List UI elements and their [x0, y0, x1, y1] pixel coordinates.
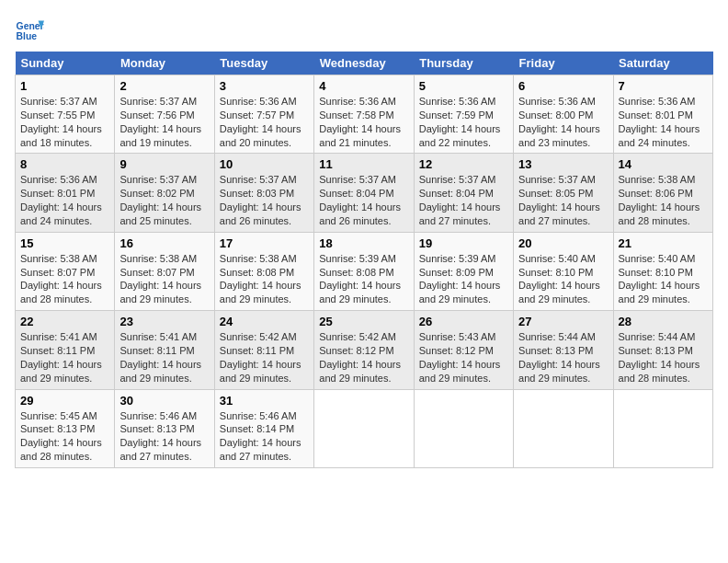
sunset-label: Sunset: 8:07 PM — [20, 267, 95, 278]
sunset-label: Sunset: 8:01 PM — [619, 109, 693, 121]
sunset-label: Sunset: 8:13 PM — [20, 423, 95, 434]
sunset-label: Sunset: 8:12 PM — [319, 345, 393, 356]
calendar-cell: 31 Sunrise: 5:46 AM Sunset: 8:14 PM Dayl… — [214, 389, 313, 467]
sunrise-label: Sunrise: 5:45 AM — [20, 410, 97, 421]
svg-text:Blue: Blue — [17, 31, 38, 41]
sunset-label: Sunset: 8:05 PM — [518, 188, 593, 199]
header-day-thursday: Thursday — [414, 52, 513, 75]
sunrise-label: Sunrise: 5:37 AM — [419, 174, 496, 185]
daylight-label: Daylight: 14 hours and 29 minutes. — [619, 280, 700, 304]
sunset-label: Sunset: 7:56 PM — [119, 109, 194, 121]
day-number: 21 — [619, 236, 708, 250]
calendar-cell — [414, 389, 513, 467]
calendar-cell: 12 Sunrise: 5:37 AM Sunset: 8:04 PM Dayl… — [414, 154, 513, 232]
daylight-label: Daylight: 14 hours and 29 minutes. — [419, 280, 501, 304]
sunrise-label: Sunrise: 5:43 AM — [419, 331, 496, 342]
day-info: Sunrise: 5:42 AM Sunset: 8:11 PM Dayligh… — [220, 330, 309, 385]
calendar-cell — [514, 389, 613, 467]
day-number: 4 — [319, 79, 408, 93]
day-info: Sunrise: 5:38 AM Sunset: 8:07 PM Dayligh… — [119, 252, 209, 306]
day-number: 30 — [119, 394, 209, 408]
sunset-label: Sunset: 8:14 PM — [220, 423, 294, 434]
day-info: Sunrise: 5:36 AM Sunset: 8:01 PM Dayligh… — [619, 95, 708, 149]
header-day-monday: Monday — [115, 52, 214, 75]
calendar-cell: 3 Sunrise: 5:36 AM Sunset: 7:57 PM Dayli… — [214, 75, 313, 154]
calendar-cell: 23 Sunrise: 5:41 AM Sunset: 8:11 PM Dayl… — [115, 311, 214, 389]
daylight-label: Daylight: 14 hours and 29 minutes. — [319, 359, 401, 384]
day-number: 23 — [119, 315, 209, 328]
day-number: 8 — [20, 157, 109, 171]
sunrise-label: Sunrise: 5:37 AM — [119, 174, 197, 185]
day-number: 18 — [319, 236, 408, 250]
day-number: 19 — [419, 236, 508, 250]
day-number: 26 — [419, 315, 508, 328]
day-info: Sunrise: 5:44 AM Sunset: 8:13 PM Dayligh… — [518, 330, 608, 385]
sunset-label: Sunset: 8:09 PM — [419, 267, 494, 278]
sunset-label: Sunset: 7:58 PM — [319, 109, 393, 121]
day-number: 15 — [20, 236, 109, 250]
day-info: Sunrise: 5:38 AM Sunset: 8:06 PM Dayligh… — [619, 173, 708, 227]
daylight-label: Daylight: 14 hours and 29 minutes. — [119, 359, 201, 384]
daylight-label: Daylight: 14 hours and 29 minutes. — [518, 280, 600, 304]
day-number: 22 — [20, 315, 109, 328]
day-info: Sunrise: 5:44 AM Sunset: 8:13 PM Dayligh… — [619, 330, 708, 385]
calendar-cell: 25 Sunrise: 5:42 AM Sunset: 8:12 PM Dayl… — [314, 311, 414, 389]
day-info: Sunrise: 5:46 AM Sunset: 8:14 PM Dayligh… — [220, 409, 309, 464]
day-info: Sunrise: 5:41 AM Sunset: 8:11 PM Dayligh… — [20, 330, 109, 385]
daylight-label: Daylight: 14 hours and 28 minutes. — [619, 359, 700, 384]
sunrise-label: Sunrise: 5:37 AM — [518, 174, 596, 185]
day-number: 31 — [220, 394, 309, 408]
calendar-cell: 6 Sunrise: 5:36 AM Sunset: 8:00 PM Dayli… — [514, 75, 613, 154]
day-info: Sunrise: 5:42 AM Sunset: 8:12 PM Dayligh… — [319, 330, 408, 385]
calendar-cell: 13 Sunrise: 5:37 AM Sunset: 8:05 PM Dayl… — [514, 154, 613, 232]
calendar-week-row: 15 Sunrise: 5:38 AM Sunset: 8:07 PM Dayl… — [16, 232, 713, 310]
daylight-label: Daylight: 14 hours and 26 minutes. — [220, 201, 301, 226]
sunset-label: Sunset: 8:06 PM — [619, 188, 693, 199]
sunrise-label: Sunrise: 5:36 AM — [518, 96, 596, 107]
logo-icon: General Blue — [15, 15, 44, 44]
sunrise-label: Sunrise: 5:42 AM — [220, 331, 297, 342]
day-number: 3 — [220, 79, 309, 93]
calendar-week-row: 1 Sunrise: 5:37 AM Sunset: 7:55 PM Dayli… — [16, 75, 713, 154]
daylight-label: Daylight: 14 hours and 27 minutes. — [518, 201, 600, 226]
daylight-label: Daylight: 14 hours and 27 minutes. — [220, 437, 301, 462]
sunrise-label: Sunrise: 5:39 AM — [419, 253, 496, 264]
day-number: 29 — [20, 394, 109, 408]
sunrise-label: Sunrise: 5:46 AM — [220, 410, 297, 421]
sunrise-label: Sunrise: 5:37 AM — [20, 96, 97, 107]
sunrise-label: Sunrise: 5:46 AM — [119, 410, 197, 421]
day-info: Sunrise: 5:38 AM Sunset: 8:07 PM Dayligh… — [20, 252, 109, 306]
day-info: Sunrise: 5:37 AM Sunset: 8:04 PM Dayligh… — [419, 173, 508, 227]
day-info: Sunrise: 5:37 AM Sunset: 8:03 PM Dayligh… — [220, 173, 309, 227]
daylight-label: Daylight: 14 hours and 20 minutes. — [220, 123, 301, 148]
daylight-label: Daylight: 14 hours and 24 minutes. — [20, 201, 102, 226]
daylight-label: Daylight: 14 hours and 24 minutes. — [619, 123, 700, 148]
daylight-label: Daylight: 14 hours and 21 minutes. — [319, 123, 401, 148]
calendar-cell: 16 Sunrise: 5:38 AM Sunset: 8:07 PM Dayl… — [115, 232, 214, 310]
sunset-label: Sunset: 7:59 PM — [419, 109, 494, 121]
calendar-cell: 27 Sunrise: 5:44 AM Sunset: 8:13 PM Dayl… — [514, 311, 613, 389]
sunrise-label: Sunrise: 5:37 AM — [220, 174, 297, 185]
daylight-label: Daylight: 14 hours and 28 minutes. — [20, 437, 102, 462]
day-info: Sunrise: 5:45 AM Sunset: 8:13 PM Dayligh… — [20, 409, 109, 464]
calendar-week-row: 8 Sunrise: 5:36 AM Sunset: 8:01 PM Dayli… — [16, 154, 713, 232]
day-info: Sunrise: 5:37 AM Sunset: 8:05 PM Dayligh… — [518, 173, 608, 227]
calendar-cell: 18 Sunrise: 5:39 AM Sunset: 8:08 PM Dayl… — [314, 232, 414, 310]
day-number: 2 — [119, 79, 209, 93]
calendar-cell: 5 Sunrise: 5:36 AM Sunset: 7:59 PM Dayli… — [414, 75, 513, 154]
calendar-cell: 1 Sunrise: 5:37 AM Sunset: 7:55 PM Dayli… — [16, 75, 115, 154]
day-number: 17 — [220, 236, 309, 250]
sunset-label: Sunset: 8:13 PM — [619, 345, 693, 356]
sunset-label: Sunset: 8:12 PM — [419, 345, 494, 356]
sunrise-label: Sunrise: 5:44 AM — [518, 331, 596, 342]
day-number: 7 — [619, 79, 708, 93]
calendar-cell: 21 Sunrise: 5:40 AM Sunset: 8:10 PM Dayl… — [613, 232, 712, 310]
sunrise-label: Sunrise: 5:40 AM — [518, 253, 596, 264]
day-number: 24 — [220, 315, 309, 328]
daylight-label: Daylight: 14 hours and 27 minutes. — [119, 437, 201, 462]
day-number: 10 — [220, 157, 309, 171]
day-number: 13 — [518, 157, 608, 171]
sunrise-label: Sunrise: 5:36 AM — [319, 96, 396, 107]
sunrise-label: Sunrise: 5:38 AM — [619, 174, 696, 185]
sunrise-label: Sunrise: 5:37 AM — [119, 96, 197, 107]
